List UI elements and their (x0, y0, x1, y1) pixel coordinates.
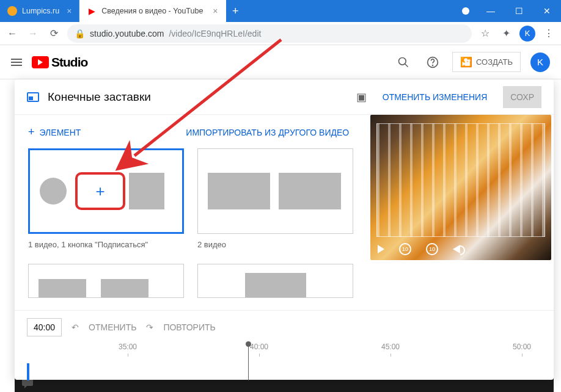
extensions-button[interactable]: ✦ (499, 26, 513, 41)
logo-text: Studio (51, 55, 87, 70)
undo-button[interactable]: ОТМЕНИТЬ (89, 322, 136, 332)
forward-button[interactable]: → (26, 26, 40, 41)
svg-point-3 (433, 65, 433, 65)
template-2-video[interactable]: 2 видео (197, 148, 353, 255)
import-from-video-button[interactable]: ИМПОРТИРОВАТЬ ИЗ ДРУГОГО ВИДЕО (186, 128, 349, 137)
svg-line-1 (405, 64, 408, 67)
close-icon[interactable]: × (67, 6, 72, 16)
close-icon[interactable]: × (213, 6, 218, 16)
tab-title: Lumpics.ru (22, 7, 59, 15)
create-label: СОЗДАТЬ (476, 57, 513, 67)
time-input[interactable]: 40:00 (27, 318, 62, 336)
end-screen-panel: Конечные заставки ▣ ОТМЕНИТЬ ИЗМЕНЕНИЯ С… (15, 79, 554, 380)
template-label: 2 видео (197, 234, 353, 255)
lock-icon: 🔒 (75, 29, 85, 38)
bookmark-button[interactable]: ☆ (478, 26, 493, 41)
add-element-button[interactable]: + ЭЛЕМЕНТ (28, 126, 81, 139)
playhead[interactable] (248, 343, 249, 380)
url-host: studio.youtube.com (90, 29, 164, 38)
video-placeholder-icon (208, 173, 270, 209)
address-bar[interactable]: 🔒 studio.youtube.com/video/IcE9nqHRLeI/e… (67, 24, 472, 43)
tab-title: Сведения о видео - YouTube Stu (101, 7, 205, 15)
template-1-video-1-subscribe[interactable]: + 1 видео, 1 кнопка "Подписаться" (28, 148, 184, 255)
svg-point-0 (399, 57, 406, 65)
endscreen-icon (27, 92, 39, 102)
search-icon[interactable] (394, 53, 413, 72)
timeline: 40:00 ↶ ОТМЕНИТЬ ↷ ПОВТОРИТЬ 35:00 40:00… (15, 310, 554, 380)
template-label: 1 видео, 1 кнопка "Подписаться" (28, 234, 184, 255)
youtube-play-icon (32, 56, 49, 68)
favicon-youtube: ▶ (87, 6, 97, 16)
preview-column: 10 10 (360, 115, 554, 310)
minimize-button[interactable]: — (477, 0, 505, 22)
video-placeholder-icon (279, 173, 341, 209)
timeline-tick: 40:00 (250, 343, 268, 351)
tab-lumpics[interactable]: Lumpics.ru × (0, 0, 79, 22)
undo-icon[interactable]: ↶ (72, 322, 79, 332)
redo-button[interactable]: ПОВТОРИТЬ (163, 322, 215, 332)
url-path: /video/IcE9nqHRLeI/edit (169, 29, 261, 38)
plus-icon: + (28, 126, 35, 139)
profile-dot-icon[interactable] (462, 7, 469, 15)
timeline-tick: 45:00 (381, 343, 400, 351)
panel-title: Конечные заставки (48, 90, 151, 104)
browser-toolbar: ← → ⟳ 🔒 studio.youtube.com/video/IcE9nqH… (0, 22, 561, 45)
save-button[interactable]: СОХР (503, 86, 541, 108)
reload-button[interactable]: ⟳ (46, 26, 61, 41)
studio-header: Studio 🎦 СОЗДАТЬ K (0, 45, 561, 79)
template-row2-b[interactable] (197, 264, 353, 298)
video-preview[interactable]: 10 10 (370, 115, 551, 260)
browser-titlebar: Lumpics.ru × ▶ Сведения о видео - YouTub… (0, 0, 561, 22)
new-tab-button[interactable]: + (226, 0, 244, 22)
back-button[interactable]: ← (5, 26, 20, 41)
panel-header: Конечные заставки ▣ ОТМЕНИТЬ ИЗМЕНЕНИЯ С… (15, 79, 554, 115)
help-icon[interactable] (423, 53, 442, 72)
tab-youtube-studio[interactable]: ▶ Сведения о видео - YouTube Stu × (79, 0, 226, 22)
youtube-studio-logo[interactable]: Studio (32, 55, 87, 70)
create-button[interactable]: 🎦 СОЗДАТЬ (452, 52, 521, 72)
volume-button[interactable] (453, 245, 460, 253)
favicon-lumpics (7, 6, 17, 16)
template-row2-a[interactable] (28, 264, 184, 298)
timeline-ruler[interactable]: 35:00 40:00 45:00 50:00 (27, 343, 541, 380)
close-window-button[interactable]: ✕ (533, 0, 561, 22)
element-label: ЭЛЕМЕНТ (40, 128, 81, 137)
profile-avatar[interactable]: K (519, 26, 535, 42)
rewind-10-button[interactable]: 10 (399, 243, 411, 255)
video-placeholder-icon (129, 173, 164, 209)
menu-button[interactable]: ⋮ (541, 26, 556, 41)
redo-icon[interactable]: ↷ (146, 322, 153, 332)
account-avatar[interactable]: K (530, 53, 550, 72)
add-slot-highlighted[interactable]: + (75, 172, 125, 210)
timeline-tick: 50:00 (513, 343, 531, 351)
camera-icon: 🎦 (460, 56, 472, 68)
cancel-changes-button[interactable]: ОТМЕНИТЬ ИЗМЕНЕНИЯ (375, 92, 495, 102)
maximize-button[interactable]: ☐ (505, 0, 533, 22)
plus-icon: + (95, 182, 105, 201)
subscribe-placeholder-icon (40, 178, 67, 205)
play-button[interactable] (378, 245, 384, 253)
hamburger-icon[interactable] (11, 59, 22, 66)
timeline-start-marker (27, 363, 29, 380)
feedback-icon[interactable]: ▣ (356, 90, 367, 104)
templates-column: + ЭЛЕМЕНТ ИМПОРТИРОВАТЬ ИЗ ДРУГОГО ВИДЕО… (15, 115, 360, 310)
forward-10-button[interactable]: 10 (426, 243, 438, 255)
timeline-tick: 35:00 (119, 343, 137, 351)
